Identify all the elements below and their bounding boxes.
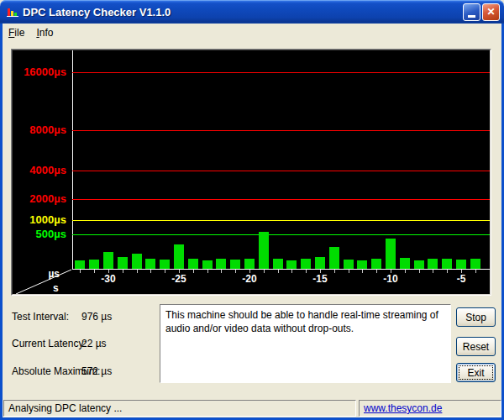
y-unit-label: µs [13,268,60,280]
latency-bar [286,260,297,269]
stop-button[interactable]: Stop [456,307,496,327]
latency-bar [145,259,155,269]
status-text: Analysing DPC latency ... [8,402,122,414]
gridline-1000 [72,220,490,221]
test-interval-label: Test Interval: [12,311,69,323]
latency-bar [386,239,396,269]
x-axis-minor-tick [278,270,279,273]
x-axis-minor-tick [419,270,420,273]
x-unit-label: s [53,282,59,294]
x-axis-minor-tick [264,270,265,273]
x-axis-minor-tick [80,270,81,273]
analysis-message-text: This machine should be able to handle re… [165,309,438,334]
x-axis-line [72,269,490,270]
x-axis-minor-tick [433,270,433,273]
statusbar: Analysing DPC latency ... www.thesycon.d… [3,399,501,417]
y-axis-label-500: 500µs [13,228,66,240]
latency-bar [470,259,480,269]
latency-bar [103,252,113,269]
x-axis-minor-tick [150,270,151,273]
x-axis-label: -5 [449,273,474,285]
latency-bar [75,260,85,269]
stat-row-test-interval: Test Interval: 976 µs [12,311,159,324]
latency-bar [202,260,213,269]
x-axis-label: -20 [237,273,262,285]
stat-row-absolute-maximum: Absolute Maximum: 572 µs [12,365,159,379]
gridline-500 [72,234,490,235]
latency-bar [160,260,170,269]
titlebar-buttons: ✕ [461,3,500,21]
x-axis-label: -10 [378,273,403,285]
latency-bar [244,259,255,269]
gridline-4000 [72,171,490,171]
latency-bar [174,244,184,269]
stat-row-current-latency: Current Latency: 22 µs [12,338,159,351]
analysis-message-box: This machine should be able to handle re… [160,304,451,383]
latency-bar [89,260,99,269]
y-axis-label-4000: 4000µs [13,164,66,176]
y-axis-label-2000: 2000µs [13,192,66,205]
gridline-2000 [72,199,490,200]
window-title: DPC Latency Checker V1.1.0 [23,6,461,18]
latency-bar [118,257,128,269]
window-frame-left [0,24,3,420]
latency-bar [456,260,466,269]
status-link-cell: www.thesycon.de [359,400,501,417]
thesycon-link[interactable]: www.thesycon.de [364,402,442,414]
latency-bar [344,260,354,269]
current-latency-value: 22 µs [81,338,107,349]
x-axis-minor-tick [475,270,476,273]
chart-canvas: µs s 16000µs8000µs4000µs2000µs1000µs500µ… [12,50,491,295]
x-axis-minor-tick [137,270,138,273]
close-button[interactable]: ✕ [482,3,500,21]
y-axis-label-1000: 1000µs [13,213,66,226]
x-axis-minor-tick [221,270,222,273]
x-axis-label: -15 [307,273,333,285]
x-axis-minor-tick [349,270,349,273]
latency-bar [315,257,325,269]
status-text-cell: Analysing DPC latency ... [3,400,356,417]
latency-bar [132,254,142,269]
gridline-8000 [72,130,490,131]
latency-bar [400,258,410,269]
minimize-icon [468,15,475,18]
latency-bar [329,247,339,269]
y-axis-line [72,50,73,270]
chart-panel: µs s 16000µs8000µs4000µs2000µs1000µs500µ… [11,49,491,296]
x-axis-minor-tick [334,270,335,273]
app-window: DPC Latency Checker V1.1.0 ✕ File Info µ… [0,0,504,420]
x-axis-minor-tick [291,270,292,273]
menu-info[interactable]: Info [30,24,59,41]
menu-file[interactable]: File [3,24,30,41]
latency-bar [216,259,226,269]
latency-bar [357,260,367,269]
test-interval-value: 976 µs [81,311,112,323]
y-axis-label-8000: 8000µs [13,123,66,136]
latency-bar [301,259,311,269]
latency-bar [414,260,424,269]
reset-button[interactable]: Reset [456,337,496,356]
x-axis-label: -25 [166,273,192,285]
x-axis-minor-tick [123,270,123,273]
minimize-button[interactable] [463,3,480,21]
latency-bar [259,232,269,269]
latency-bar [428,259,438,269]
x-axis-minor-tick [193,270,194,273]
close-icon: ✕ [486,6,495,18]
absolute-maximum-value: 572 µs [81,365,112,377]
latency-bar [188,259,198,269]
latency-bar [230,260,240,269]
latency-bar [371,259,381,269]
app-icon [6,5,19,18]
latency-bar [442,259,452,269]
current-latency-label: Current Latency: [12,338,87,349]
x-axis-minor-tick [362,270,363,273]
latency-bar [273,259,283,269]
x-axis-minor-tick [207,270,208,273]
x-axis-label: -30 [96,273,121,285]
x-axis-minor-tick [405,270,406,273]
exit-button[interactable]: Exit [456,363,496,382]
titlebar[interactable]: DPC Latency Checker V1.1.0 ✕ [0,0,504,24]
menubar: File Info [3,24,501,41]
y-axis-label-16000: 16000µs [13,66,66,78]
